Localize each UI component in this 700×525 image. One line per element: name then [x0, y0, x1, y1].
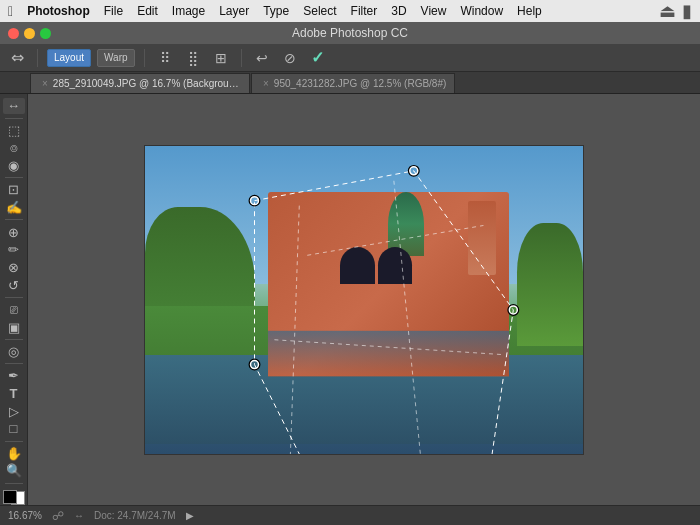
eyedropper-tool[interactable]: ✍ — [3, 200, 25, 216]
menu-select[interactable]: Select — [303, 4, 336, 18]
close-button[interactable] — [8, 28, 19, 39]
pen-tool[interactable]: ✒ — [3, 368, 25, 384]
menu-type[interactable]: Type — [263, 4, 289, 18]
tab-close-2[interactable]: × — [263, 78, 269, 89]
brush-tool[interactable]: ✏ — [3, 242, 25, 258]
lasso-tool[interactable]: ⌾ — [3, 140, 25, 156]
menu-bar:  Photoshop File Edit Image Layer Type S… — [0, 0, 700, 22]
cancel-transform-icon[interactable]: ⊘ — [279, 47, 301, 69]
crop-tool[interactable]: ⊡ — [3, 182, 25, 198]
transform-icon[interactable]: ⇔ — [6, 47, 28, 69]
apple-menu[interactable]:  — [8, 3, 13, 19]
grid-icon-1[interactable]: ⠿ — [154, 47, 176, 69]
canvas-area[interactable]: ↔ — [28, 94, 700, 505]
tool-separator-3 — [5, 219, 23, 220]
warp-button[interactable]: Warp — [97, 49, 135, 67]
arrow-icon[interactable]: ▶ — [186, 510, 194, 521]
main-area: ↔ ⬚ ⌾ ◉ ⊡ ✍ ⊕ ✏ ⊗ ↺ ⎚ ▣ ◎ ✒ T ▷ □ ✋ 🔍 — [0, 94, 700, 505]
canvas-image: ↔ — [144, 145, 584, 455]
zoom-tool[interactable]: 🔍 — [3, 463, 25, 479]
battery-icon: ▮ — [682, 0, 692, 22]
canvas-wrapper: ↔ — [144, 145, 584, 455]
window-controls[interactable] — [8, 28, 51, 39]
zoom-level: 16.67% — [8, 510, 42, 521]
tool-separator-1 — [5, 118, 23, 119]
options-bar: ⇔ Layout Warp ⠿ ⣿ ⊞ ↩ ⊘ ✓ — [0, 44, 700, 72]
hand-tool[interactable]: ✋ — [3, 445, 25, 461]
clone-stamp-tool[interactable]: ⊗ — [3, 260, 25, 276]
warp-outline — [255, 170, 514, 453]
minimize-button[interactable] — [24, 28, 35, 39]
quick-select-tool[interactable]: ◉ — [3, 158, 25, 174]
maximize-button[interactable] — [40, 28, 51, 39]
menu-3d[interactable]: 3D — [391, 4, 406, 18]
tool-separator-4 — [5, 297, 23, 298]
warp-grid-v1 — [289, 205, 299, 453]
toolbar: ↔ ⬚ ⌾ ◉ ⊡ ✍ ⊕ ✏ ⊗ ↺ ⎚ ▣ ◎ ✒ T ▷ □ ✋ 🔍 — [0, 94, 28, 505]
title-bar: Adobe Photoshop CC — [0, 22, 700, 44]
grid-icon-3[interactable]: ⊞ — [210, 47, 232, 69]
tab-close-1[interactable]: × — [42, 78, 48, 89]
separator — [37, 49, 38, 67]
wifi-icon: ⏏ — [659, 0, 676, 22]
rectangle-tool[interactable]: □ — [3, 421, 25, 437]
warp-grid-v2 — [394, 180, 424, 453]
view-mode-icon: ☍ — [52, 509, 64, 523]
canvas-move-icon: ↔ — [74, 510, 84, 521]
eraser-tool[interactable]: ⎚ — [3, 302, 25, 318]
window-title: Adobe Photoshop CC — [292, 26, 408, 40]
move-tool[interactable]: ↔ — [3, 98, 25, 114]
foreground-color[interactable] — [3, 490, 17, 504]
healing-brush-tool[interactable]: ⊕ — [3, 224, 25, 240]
color-swatches[interactable] — [3, 490, 25, 506]
layout-button[interactable]: Layout — [47, 49, 91, 67]
menu-file[interactable]: File — [104, 4, 123, 18]
menu-layer[interactable]: Layer — [219, 4, 249, 18]
tabs-bar: × 285_2910049.JPG @ 16.7% (Background co… — [0, 72, 700, 94]
path-selection-tool[interactable]: ▷ — [3, 403, 25, 419]
grid-icon-2[interactable]: ⣿ — [182, 47, 204, 69]
menu-image[interactable]: Image — [172, 4, 205, 18]
warp-grid-h2 — [274, 339, 503, 354]
confirm-transform-icon[interactable]: ✓ — [307, 47, 329, 69]
separator-2 — [144, 49, 145, 67]
tab-label-1: 285_2910049.JPG @ 16.7% (Background copy… — [53, 78, 241, 89]
tool-separator-6 — [5, 363, 23, 364]
tab-2[interactable]: × 950_4231282.JPG @ 12.5% (RGB/8#) — [251, 73, 455, 93]
undo-icon[interactable]: ↩ — [251, 47, 273, 69]
rectangular-marquee-tool[interactable]: ⬚ — [3, 122, 25, 138]
tab-label-2: 950_4231282.JPG @ 12.5% (RGB/8#) — [274, 78, 446, 89]
warp-grid-h1 — [307, 225, 483, 255]
history-brush-tool[interactable]: ↺ — [3, 277, 25, 293]
tool-separator-8 — [5, 483, 23, 484]
separator-3 — [241, 49, 242, 67]
tool-separator-2 — [5, 177, 23, 178]
tab-1[interactable]: × 285_2910049.JPG @ 16.7% (Background co… — [30, 73, 250, 93]
status-bar: 16.67% ☍ ↔ Doc: 24.7M/24.7M ▶ — [0, 505, 700, 525]
blur-tool[interactable]: ◎ — [3, 344, 25, 360]
tool-separator-7 — [5, 441, 23, 442]
menu-view[interactable]: View — [421, 4, 447, 18]
menu-filter[interactable]: Filter — [351, 4, 378, 18]
gradient-tool[interactable]: ▣ — [3, 319, 25, 335]
warp-grid-overlay: ↔ — [145, 146, 583, 454]
menu-photoshop[interactable]: Photoshop — [27, 4, 90, 18]
menu-help[interactable]: Help — [517, 4, 542, 18]
type-tool[interactable]: T — [3, 386, 25, 402]
tool-separator-5 — [5, 339, 23, 340]
menu-window[interactable]: Window — [460, 4, 503, 18]
doc-size: Doc: 24.7M/24.7M — [94, 510, 176, 521]
menu-edit[interactable]: Edit — [137, 4, 158, 18]
